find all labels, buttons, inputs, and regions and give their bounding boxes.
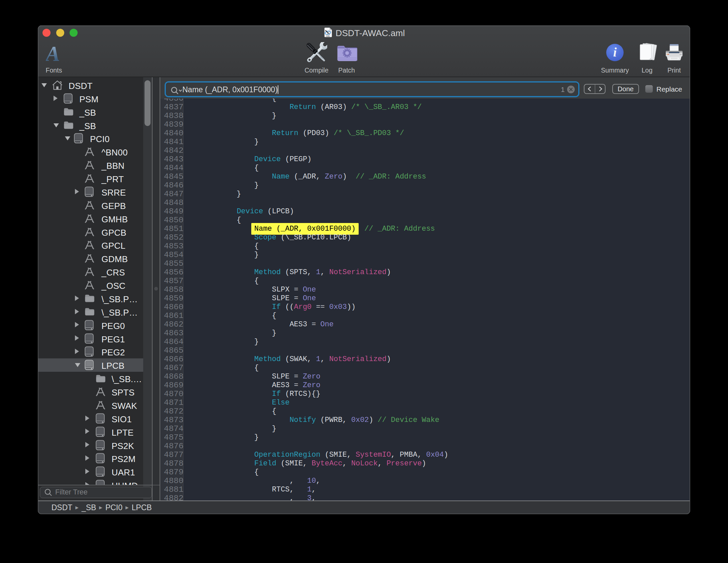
svg-text:AML: AML xyxy=(326,35,330,37)
svg-text:i: i xyxy=(613,45,617,59)
